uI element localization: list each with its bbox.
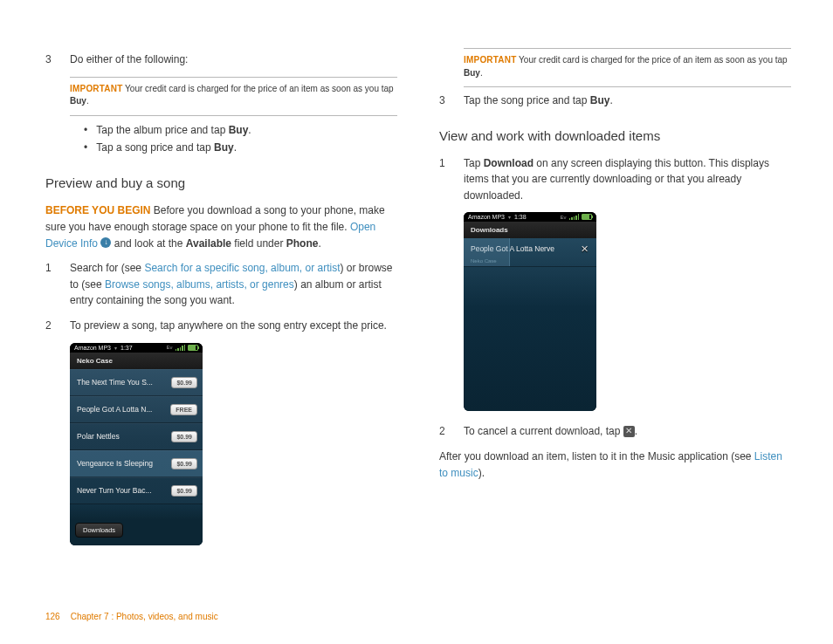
step-1-right: 1 Tap Download on any screen displaying … — [439, 155, 791, 204]
song-row[interactable]: Never Turn Your Bac...$0.99 — [70, 477, 203, 504]
section-heading-downloaded: View and work with downloaded items — [439, 128, 791, 143]
price-button[interactable]: $0.99 — [171, 485, 197, 497]
link-search-song[interactable]: Search for a specific song, album, or ar… — [144, 262, 340, 274]
chevron-down-icon: ▾ — [508, 214, 511, 220]
step-body: Do either of the following: — [70, 51, 397, 68]
status-bar: Amazon MP3▾1:38 Eν — [464, 212, 596, 222]
song-row[interactable]: Polar Nettles$0.99 — [70, 423, 203, 450]
price-button[interactable]: $0.99 — [171, 431, 197, 442]
step-body: Tap the song price and tap Buy. — [464, 92, 791, 109]
bullet-item: Tap a song price and tap Buy. — [84, 139, 397, 156]
step-2-left: 2 To preview a song, tap anywhere on the… — [45, 318, 397, 334]
divider — [70, 77, 397, 78]
divider — [464, 48, 791, 49]
app-name: Amazon MP3 — [74, 345, 111, 351]
divider — [464, 86, 791, 87]
bullet-list: Tap the album price and tap Buy. Tap a s… — [84, 121, 397, 157]
phone-screenshot-downloads: Amazon MP3▾1:38 Eν Downloads People Got … — [464, 212, 596, 411]
app-name: Amazon MP3 — [468, 214, 505, 220]
signal-icon — [176, 345, 186, 351]
price-button[interactable]: $0.99 — [171, 377, 197, 388]
battery-icon — [188, 345, 198, 351]
cancel-icon: ✕ — [623, 426, 635, 437]
step-number: 1 — [45, 260, 70, 309]
important-note-left: IMPORTANT Your credit card is charged fo… — [70, 83, 397, 108]
download-list: People Got A Lotta Nerve ✕ Neko Case — [464, 238, 596, 411]
step-number: 2 — [439, 423, 464, 440]
step-number: 2 — [45, 318, 70, 334]
price-button[interactable]: FREE — [170, 404, 197, 415]
right-column: IMPORTANT Your credit card is charged fo… — [439, 48, 791, 558]
step-3-right: 3 Tap the song price and tap Buy. — [439, 92, 791, 109]
important-note-right: IMPORTANT Your credit card is charged fo… — [464, 54, 791, 79]
left-column: 3 Do either of the following: IMPORTANT … — [45, 48, 397, 558]
after-download-text: After you download an item, listen to it… — [439, 449, 791, 481]
song-row[interactable]: People Got A Lotta N...FREE — [70, 396, 203, 423]
step-number: 3 — [45, 51, 70, 68]
step-1-left: 1 Search for (see Search for a specific … — [45, 260, 397, 309]
ev-icon: Eν — [560, 215, 566, 220]
before-you-begin: BEFORE YOU BEGIN Before you download a s… — [45, 202, 397, 251]
downloads-button[interactable]: Downloads — [75, 523, 123, 538]
phone-header: Neko Case — [70, 353, 203, 369]
step-body: Search for (see Search for a specific so… — [70, 260, 397, 309]
step-body: To cancel a current download, tap ✕. — [464, 423, 791, 440]
ev-icon: Eν — [166, 345, 172, 350]
step-number: 3 — [439, 92, 464, 109]
link-browse-songs[interactable]: Browse songs, albums, artists, or genres — [105, 278, 294, 291]
device-info-icon: ↓ — [100, 237, 111, 248]
step-number: 1 — [439, 155, 464, 204]
chevron-down-icon: ▾ — [114, 345, 117, 351]
before-label: BEFORE YOU BEGIN — [45, 204, 150, 216]
battery-icon — [582, 214, 592, 220]
important-label: IMPORTANT — [464, 55, 517, 65]
song-list: The Next Time You S...$0.99 People Got A… — [70, 369, 203, 545]
bullet-item: Tap the album price and tap Buy. — [84, 121, 397, 139]
phone-screenshot-songlist: Amazon MP3▾1:37 Eν Neko Case The Next Ti… — [70, 343, 203, 545]
divider — [70, 115, 397, 116]
step-3-left: 3 Do either of the following: — [45, 51, 397, 68]
status-bar: Amazon MP3▾1:37 Eν — [70, 343, 203, 353]
status-time: 1:37 — [120, 345, 133, 351]
important-label: IMPORTANT — [70, 84, 123, 93]
cancel-download-icon[interactable]: ✕ — [579, 243, 589, 254]
step-body: To preview a song, tap anywhere on the s… — [70, 318, 397, 334]
section-heading-preview: Preview and buy a song — [45, 175, 397, 190]
song-row[interactable]: The Next Time You S...$0.99 — [70, 369, 203, 396]
song-row-selected[interactable]: Vengeance Is Sleeping$0.99 — [70, 450, 203, 477]
price-button[interactable]: $0.99 — [171, 458, 197, 469]
step-2-right: 2 To cancel a current download, tap ✕. — [439, 423, 791, 440]
download-artist: Neko Case — [471, 258, 497, 264]
phone-header: Downloads — [464, 222, 596, 238]
signal-icon — [569, 214, 580, 220]
download-row[interactable]: People Got A Lotta Nerve ✕ Neko Case — [464, 238, 596, 267]
status-time: 1:38 — [514, 214, 527, 220]
step-body: Tap Download on any screen displaying th… — [464, 155, 791, 204]
